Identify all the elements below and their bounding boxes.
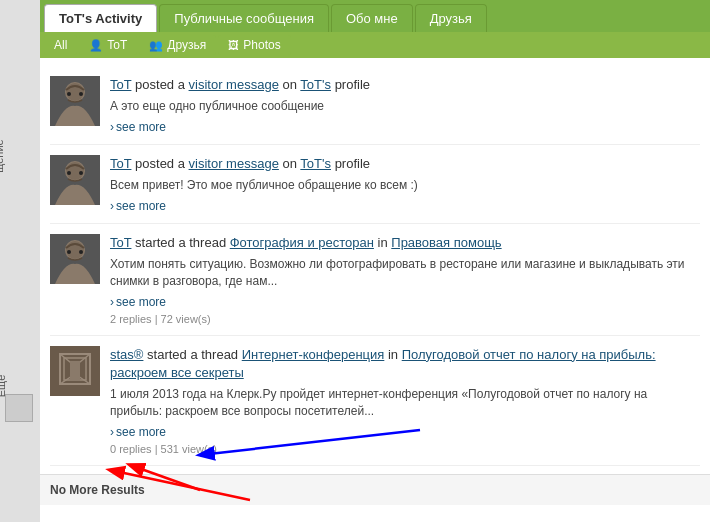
subtab-tot[interactable]: 👤 ToT [79,35,137,55]
sidebar-label1: щение [0,139,5,172]
svg-rect-22 [70,361,80,381]
user-icon: 👤 [89,39,103,52]
activity-item-2: ToT posted a visitor message on ToT's pr… [50,145,700,224]
item-3-see-more[interactable]: see more [110,295,166,309]
friends-icon: 👥 [149,39,163,52]
svg-point-9 [79,171,83,175]
activity-item-3: ToT started a thread Фотография и рестор… [50,224,700,336]
svg-point-3 [67,92,71,96]
avatar-3 [50,234,100,284]
item-2-target-link[interactable]: ToT's [300,156,331,171]
item-3-thread-link[interactable]: Фотография и ресторан [230,235,374,250]
item-1-text: А это еще одно публичное сообщение [110,98,700,115]
item-2-text: Всем привет! Это мое публичное обращение… [110,177,700,194]
avatar-1 [50,76,100,126]
item-3-forum-link[interactable]: Правовая помощь [391,235,501,250]
item-3-meta: 2 replies | 72 view(s) [110,313,700,325]
top-tabs: ToT's Activity Публичные сообщения Обо м… [40,0,710,32]
subtab-tot-label: ToT [107,38,127,52]
svg-point-4 [79,92,83,96]
item-4-thread-link[interactable]: Интернет-конференция [242,347,385,362]
subtab-all-label: All [54,38,67,52]
subtab-all[interactable]: All [44,35,77,55]
item-4-title: stas® started a thread Интернет-конферен… [110,346,700,382]
avatar-4 [50,346,100,396]
svg-point-14 [79,250,83,254]
item-2-title: ToT posted a visitor message on ToT's pr… [110,155,700,173]
subtab-friends-label: Друзья [167,38,206,52]
tab-tots-activity[interactable]: ToT's Activity [44,4,157,32]
item-4-text: 1 июля 2013 года на Клерк.Ру пройдет инт… [110,386,700,420]
item-1-see-more[interactable]: see more [110,120,166,134]
item-1-body: ToT posted a visitor message on ToT's pr… [110,76,700,134]
item-1-action-link[interactable]: visitor message [189,77,279,92]
item-3-user-link[interactable]: ToT [110,235,131,250]
tab-about[interactable]: Обо мне [331,4,413,32]
item-4-meta: 0 replies | 531 view(s) [110,443,700,455]
item-3-body: ToT started a thread Фотография и рестор… [110,234,700,325]
item-4-see-more[interactable]: see more [110,425,166,439]
photos-icon: 🖼 [228,39,239,51]
item-4-body: stas® started a thread Интернет-конферен… [110,346,700,455]
no-more-results: No More Results [40,474,710,505]
svg-point-13 [67,250,71,254]
subtab-friends[interactable]: 👥 Друзья [139,35,216,55]
tab-public-messages[interactable]: Публичные сообщения [159,4,329,32]
item-2-body: ToT posted a visitor message on ToT's pr… [110,155,700,213]
subtab-photos[interactable]: 🖼 Photos [218,35,290,55]
activity-feed: ToT posted a visitor message on ToT's pr… [40,58,710,474]
item-4-user-link[interactable]: stas® [110,347,143,362]
item-1-target-link[interactable]: ToT's [300,77,331,92]
main-content: ToT's Activity Публичные сообщения Обо м… [40,0,710,522]
item-1-user-link[interactable]: ToT [110,77,131,92]
subtab-photos-label: Photos [243,38,280,52]
activity-item-1: ToT posted a visitor message on ToT's pr… [50,66,700,145]
item-2-user-link[interactable]: ToT [110,156,131,171]
item-2-see-more[interactable]: see more [110,199,166,213]
item-3-title: ToT started a thread Фотография и рестор… [110,234,700,252]
item-1-title: ToT posted a visitor message on ToT's pr… [110,76,700,94]
sub-tabs: All 👤 ToT 👥 Друзья 🖼 Photos [40,32,710,58]
sidebar-icon [5,394,33,422]
svg-point-8 [67,171,71,175]
item-2-action-link[interactable]: visitor message [189,156,279,171]
tab-friends[interactable]: Друзья [415,4,487,32]
activity-item-4: stas® started a thread Интернет-конферен… [50,336,700,466]
item-3-text: Хотим понять ситуацию. Возможно ли фотог… [110,256,700,290]
avatar-2 [50,155,100,205]
sidebar: щение Ещё [0,0,40,522]
